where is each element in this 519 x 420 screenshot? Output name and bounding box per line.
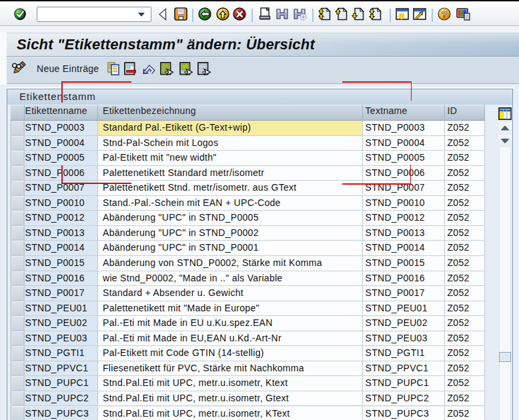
- svg-text:?: ?: [441, 9, 447, 20]
